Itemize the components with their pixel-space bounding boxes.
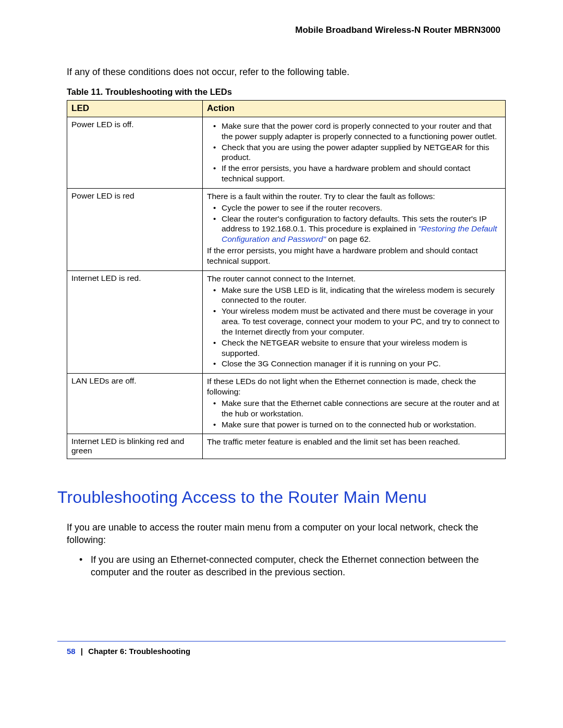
list-item: Clear the router's configuration to fact… bbox=[222, 214, 501, 244]
footer-line: 58 | Chapter 6: Troubleshooting bbox=[57, 647, 506, 656]
table-row: LAN LEDs are off. If these LEDs do not l… bbox=[67, 374, 506, 434]
action-cell: Make sure that the power cord is properl… bbox=[203, 117, 506, 189]
cell-paragraph: If the error persists, you might have a … bbox=[207, 245, 501, 266]
action-cell: If these LEDs do not light when the Ethe… bbox=[203, 374, 506, 434]
table-caption: Table 11. Troubleshooting with the LEDs bbox=[57, 87, 506, 97]
action-cell: The traffic meter feature is enabled and… bbox=[203, 434, 506, 459]
table-row: Internet LED is red. The router cannot c… bbox=[67, 270, 506, 373]
page-number: 58 bbox=[67, 647, 76, 656]
action-cell: There is a fault within the router. Try … bbox=[203, 188, 506, 270]
led-cell: Internet LED is blinking red and green bbox=[67, 434, 203, 459]
running-header: Mobile Broadband Wireless-N Router MBRN3… bbox=[57, 25, 506, 35]
cell-paragraph: The router cannot connect to the Interne… bbox=[207, 274, 501, 284]
chapter-label: Chapter 6: Troubleshooting bbox=[88, 647, 190, 656]
list-item: Check that you are using the power adapt… bbox=[222, 142, 501, 163]
list-item: Make sure the USB LED is lit, indicating… bbox=[222, 285, 501, 306]
intro-paragraph: If any of these conditions does not occu… bbox=[57, 67, 506, 78]
cell-paragraph: The traffic meter feature is enabled and… bbox=[207, 437, 501, 447]
troubleshooting-table: LED Action Power LED is off. Make sure t… bbox=[67, 100, 506, 459]
list-item: Make sure that the power cord is properl… bbox=[222, 121, 501, 142]
list-item: If you are using an Ethernet-connected c… bbox=[91, 554, 506, 579]
table-row: Power LED is off. Make sure that the pow… bbox=[67, 117, 506, 189]
document-page: Mobile Broadband Wireless-N Router MBRN3… bbox=[0, 0, 563, 728]
table-header-row: LED Action bbox=[67, 101, 506, 117]
text-span: on page 62. bbox=[326, 235, 371, 243]
led-cell: Power LED is off. bbox=[67, 117, 203, 189]
cell-paragraph: There is a fault within the router. Try … bbox=[207, 191, 501, 202]
table-row: Internet LED is blinking red and green T… bbox=[67, 434, 506, 459]
list-item: Check the NETGEAR website to ensure that… bbox=[222, 338, 501, 359]
body-list: If you are using an Ethernet-connected c… bbox=[78, 554, 506, 579]
list-item: Your wireless modem must be activated an… bbox=[222, 306, 501, 337]
led-cell: LAN LEDs are off. bbox=[67, 374, 203, 434]
list-item: Cycle the power to see if the router rec… bbox=[222, 203, 501, 213]
table-row: Power LED is red There is a fault within… bbox=[67, 188, 506, 270]
section-heading: Troubleshooting Access to the Router Mai… bbox=[57, 488, 506, 507]
cell-paragraph: If these LEDs do not light when the Ethe… bbox=[207, 376, 501, 397]
list-item: Make sure that the Ethernet cable connec… bbox=[222, 398, 501, 419]
action-cell: The router cannot connect to the Interne… bbox=[203, 270, 506, 373]
led-cell: Internet LED is red. bbox=[67, 270, 203, 373]
led-cell: Power LED is red bbox=[67, 188, 203, 270]
list-item: Make sure that power is turned on to the… bbox=[222, 419, 501, 430]
body-paragraph: If you are unable to access the router m… bbox=[67, 522, 506, 547]
footer-rule: 58 | Chapter 6: Troubleshooting bbox=[57, 641, 506, 656]
list-item: If the error persists, you have a hardwa… bbox=[222, 163, 501, 184]
list-item: Close the 3G Connection manager if it is… bbox=[222, 359, 501, 369]
footer-separator: | bbox=[78, 647, 86, 656]
col-led-header: LED bbox=[67, 101, 203, 117]
col-action-header: Action bbox=[203, 101, 506, 117]
